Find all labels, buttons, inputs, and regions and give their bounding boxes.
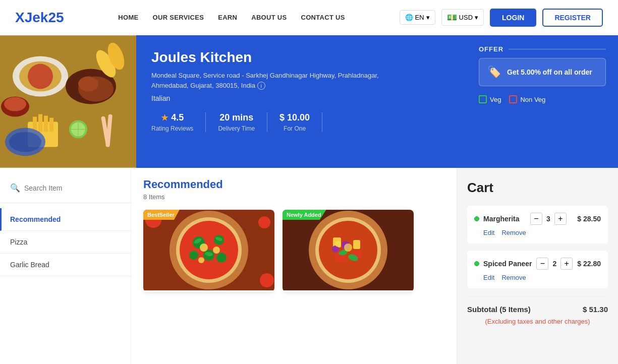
star-icon: ★: [161, 113, 168, 123]
search-icon: 🔍: [10, 183, 20, 193]
search-input[interactable]: [24, 184, 121, 192]
restaurant-info: Joules Kitchen Mondeal Square, Service r…: [136, 35, 467, 168]
address-info-icon[interactable]: i: [257, 82, 265, 90]
cart-item-2-decrease[interactable]: −: [536, 258, 548, 270]
nav-services[interactable]: OUR SERVICES: [153, 14, 204, 21]
cart-item-1-increase[interactable]: +: [554, 213, 567, 225]
cart-item-1-decrease[interactable]: −: [530, 213, 542, 225]
food-card-1[interactable]: BestSeller: [143, 210, 274, 292]
nav-links: HOME OUR SERVICES EARN ABOUT US CONTACT …: [118, 14, 345, 21]
svg-rect-11: [49, 118, 53, 132]
cart-item-2: Spiced Paneer − 2 + $ 22.80 Edit Remove: [467, 251, 608, 288]
cart-divider: [467, 296, 608, 297]
currency-selector[interactable]: 💵 USD ▾: [441, 9, 484, 26]
newly-added-badge: Newly Added: [283, 210, 326, 220]
svg-point-6: [4, 97, 26, 111]
nonveg-square-icon: [509, 95, 517, 103]
cart-item-2-actions: Edit Remove: [474, 274, 601, 281]
stat-price: $ 10.00 For One: [267, 112, 322, 132]
svg-point-42: [260, 273, 274, 287]
offer-box: 🏷️ Get 5.00% off on all order: [479, 58, 606, 86]
restaurant-hero: Joules Kitchen Mondeal Square, Service r…: [0, 35, 618, 168]
cart-item-1-price: $ 28.50: [577, 215, 601, 223]
svg-point-57: [335, 241, 341, 247]
veg-dot-1: [474, 216, 479, 221]
sidebar-item-recommended[interactable]: Recommended: [0, 208, 131, 231]
login-button[interactable]: LOGIN: [490, 9, 536, 27]
items-count: 8 Items: [143, 193, 444, 201]
svg-rect-49: [353, 240, 360, 249]
nav-about[interactable]: ABOUT US: [251, 14, 287, 21]
bestseller-badge: BestSeller: [143, 210, 180, 220]
svg-point-33: [216, 253, 227, 263]
offer-section: OFFER 🏷️ Get 5.00% off on all order Veg …: [467, 35, 618, 168]
cart-item-1: Margherita − 3 + $ 28.50 Edit Remove: [467, 206, 608, 244]
search-bar: 🔍: [0, 178, 131, 203]
offer-label: OFFER: [479, 45, 606, 53]
tax-note: (Excluding taxes and other charges): [467, 318, 608, 325]
cart-item-2-increase[interactable]: +: [560, 258, 573, 270]
veg-dot-2: [474, 261, 479, 266]
nav-right: 🌐 EN ▾ 💵 USD ▾ LOGIN REGISTER: [400, 9, 603, 27]
cart-panel: Cart Margherita − 3 + $ 28.50 Edit Remov…: [457, 168, 618, 364]
svg-point-34: [200, 244, 208, 252]
register-button[interactable]: REGISTER: [542, 9, 603, 27]
stat-delivery-time: 20 mins Delivery Time: [206, 112, 267, 132]
cart-item-1-edit[interactable]: Edit: [483, 229, 494, 236]
cart-item-1-name: Margherita: [474, 215, 520, 223]
restaurant-image: [0, 35, 136, 168]
cart-item-2-price: $ 22.80: [577, 260, 601, 268]
restaurant-stats: ★ 4.5 Rating Reviews 20 mins Delivery Ti…: [151, 112, 452, 132]
logo-black: XJek: [15, 10, 48, 25]
cart-item-1-row: Margherita − 3 + $ 28.50: [474, 213, 601, 225]
subtotal-label: Subtotal (5 Items): [467, 305, 531, 314]
food-grid: BestSeller: [143, 210, 444, 292]
subtotal-row: Subtotal (5 Items) $ 51.30: [467, 305, 608, 314]
sidebar-item-pizza[interactable]: Pizza: [0, 231, 131, 254]
nonveg-badge: Non Veg: [509, 95, 545, 103]
cart-item-2-edit[interactable]: Edit: [483, 274, 494, 281]
main-layout: 🔍 Recommended Pizza Garlic Bread Recomme…: [0, 168, 618, 364]
restaurant-cuisine: Italian: [151, 94, 452, 102]
svg-point-43: [258, 216, 270, 228]
restaurant-name: Joules Kitchen: [151, 49, 452, 66]
menu-sidebar: 🔍 Recommended Pizza Garlic Bread: [0, 168, 131, 364]
svg-point-32: [189, 251, 198, 260]
logo-blue: 25: [48, 10, 64, 25]
veg-badge: Veg: [479, 95, 501, 103]
svg-rect-10: [44, 116, 48, 132]
cart-item-2-name: Spiced Paneer: [474, 260, 532, 268]
navbar: XJek25 HOME OUR SERVICES EARN ABOUT US C…: [0, 0, 618, 35]
nav-contact[interactable]: CONTACT US: [301, 14, 345, 21]
nav-earn[interactable]: EARN: [218, 14, 237, 21]
subtotal-value: $ 51.30: [583, 305, 608, 314]
section-title: Recommended: [143, 178, 444, 191]
svg-point-35: [213, 247, 220, 254]
nav-home[interactable]: HOME: [118, 14, 138, 21]
svg-point-56: [344, 244, 352, 252]
cart-item-1-actions: Edit Remove: [474, 229, 601, 236]
svg-point-14: [78, 77, 98, 92]
cart-item-1-qty: 3: [546, 215, 550, 223]
cart-title: Cart: [467, 180, 608, 196]
menu-content: Recommended 8 Items BestSeller: [131, 168, 457, 364]
cart-item-2-remove[interactable]: Remove: [501, 274, 526, 281]
svg-point-22: [9, 132, 41, 152]
cart-item-2-qty: 2: [552, 260, 556, 268]
cart-item-1-remove[interactable]: Remove: [501, 229, 526, 236]
sidebar-item-garlic-bread[interactable]: Garlic Bread: [0, 254, 131, 276]
veg-square-icon: [479, 95, 487, 103]
offer-text: Get 5.00% off on all order: [507, 68, 592, 76]
restaurant-address: Mondeal Square, Service road - Sarkhej G…: [151, 71, 452, 90]
stat-rating: ★ 4.5 Rating Reviews: [151, 112, 206, 132]
cart-item-2-row: Spiced Paneer − 2 + $ 22.80: [474, 258, 601, 270]
cart-item-2-qty-ctrl: − 2 +: [536, 258, 573, 270]
language-selector[interactable]: 🌐 EN ▾: [400, 10, 435, 25]
cart-item-1-qty-ctrl: − 3 +: [530, 213, 567, 225]
svg-rect-9: [38, 114, 42, 132]
svg-point-4: [28, 64, 53, 89]
offer-icon: 🏷️: [487, 66, 501, 79]
food-card-2[interactable]: Newly Added: [283, 210, 414, 292]
svg-point-36: [198, 257, 204, 263]
brand-logo[interactable]: XJek25: [15, 10, 64, 26]
